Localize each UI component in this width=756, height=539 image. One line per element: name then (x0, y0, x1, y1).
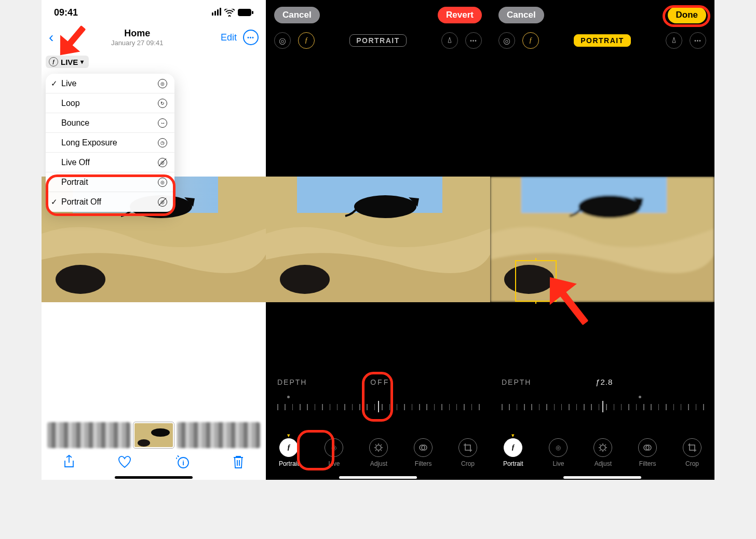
home-indicator[interactable] (115, 476, 193, 479)
menu-item-loop[interactable]: Loop↻ (46, 93, 174, 113)
portrait-icon: ◎ (158, 178, 167, 187)
live-icon: ƒ (49, 57, 58, 66)
menu-item-live[interactable]: ✓Live◎ (46, 74, 174, 93)
svg-point-16 (354, 195, 416, 218)
screen-edit-depth-off: Cancel Revert ◎ ƒ PORTRAIT ••• DE (266, 0, 490, 480)
bottom-toolbar: i (42, 452, 266, 475)
depth-label: DEPTH (502, 378, 531, 386)
mode-bar: ◎ ƒ PORTRAIT ••• (266, 30, 490, 51)
menu-item-portrait[interactable]: Portrait◎ (46, 172, 174, 192)
svg-point-8 (151, 428, 170, 437)
info-button[interactable]: i (174, 454, 190, 472)
mode-tag: PORTRAIT (574, 34, 631, 47)
tab-filters[interactable]: Filters (638, 432, 657, 467)
depth-slider[interactable] (502, 400, 703, 419)
photo-preview[interactable] (266, 177, 490, 302)
svg-point-23 (578, 195, 641, 218)
thumbnail-strip[interactable] (42, 422, 266, 449)
nav-subtitle: January 27 09:41 (53, 39, 221, 47)
svg-point-18 (376, 445, 381, 450)
mode-tag: PORTRAIT (349, 34, 407, 47)
svg-point-25 (600, 445, 605, 450)
cancel-button[interactable]: Cancel (498, 7, 544, 23)
nav-title-group: Home January 27 09:41 (53, 28, 221, 47)
home-indicator[interactable] (563, 476, 641, 479)
home-indicator[interactable] (339, 476, 417, 479)
more-icon[interactable]: ••• (690, 32, 706, 49)
svg-point-17 (280, 265, 330, 294)
depth-readout: DEPTH ƒ2.8 (490, 378, 714, 386)
tab-crop[interactable]: Crop (683, 432, 701, 467)
status-bar: 09:41 (42, 0, 266, 25)
live-toggle-icon[interactable]: ◎ (274, 32, 291, 49)
live-icon: ◎ (158, 79, 167, 88)
tab-portrait[interactable]: ▾ƒPortrait (503, 432, 523, 467)
menu-item-long-exposure[interactable]: Long Exposure◷ (46, 133, 174, 153)
menu-item-portrait-off[interactable]: ✓Portrait Off◎ (46, 192, 174, 212)
cancel-button[interactable]: Cancel (274, 7, 320, 23)
edit-button[interactable]: Edit (221, 32, 237, 43)
chevron-down-icon: ▾ (80, 58, 84, 65)
loop-icon: ↻ (158, 99, 167, 108)
tab-portrait[interactable]: ▾ƒPortrait (279, 432, 299, 467)
wifi-icon (224, 9, 235, 17)
status-indicators (211, 7, 253, 18)
svg-point-6 (56, 265, 105, 294)
menu-item-bounce[interactable]: Bounce↔ (46, 113, 174, 133)
live-toggle-icon[interactable]: ◎ (498, 32, 515, 49)
delete-button[interactable] (232, 454, 245, 472)
thumbnail-next[interactable] (177, 422, 260, 448)
exposure-icon: ◷ (158, 138, 167, 147)
menu-item-live-off[interactable]: Live Off◎ (46, 153, 174, 172)
edit-tabbar: ▾ƒPortrait ◎Live Adjust Filters Crop (490, 432, 714, 467)
edit-tabbar: ▾ƒPortrait ◎Live Adjust Filters Crop (266, 432, 490, 467)
edit-topbar: Cancel Revert (266, 0, 490, 30)
markup-icon[interactable] (441, 32, 458, 49)
tab-filters[interactable]: Filters (414, 432, 433, 467)
edit-topbar: Cancel Done (490, 0, 714, 30)
tab-live[interactable]: ◎Live (325, 432, 343, 467)
nav-title: Home (53, 28, 221, 39)
depth-readout: DEPTH OFF (266, 378, 490, 386)
portrait-off-icon: ◎ (158, 197, 167, 207)
more-icon[interactable]: ••• (465, 32, 482, 49)
depth-value: OFF (307, 378, 453, 386)
thumbnail-prev[interactable] (47, 422, 130, 448)
screen-photo-viewer: 09:41 ‹ Home January 27 09:41 Edit ••• ƒ (42, 0, 266, 480)
thumbnail-selected[interactable] (133, 422, 174, 448)
status-time: 09:41 (54, 7, 78, 18)
live-photo-badge[interactable]: ƒ LIVE ▾ (46, 56, 89, 68)
tab-crop[interactable]: Crop (458, 432, 477, 467)
tab-adjust[interactable]: Adjust (369, 432, 388, 467)
back-button[interactable]: ‹ (49, 29, 53, 46)
screen-edit-depth-on: Cancel Done ◎ ƒ PORTRAIT ••• (490, 0, 714, 480)
more-button[interactable]: ••• (243, 30, 259, 45)
done-button[interactable]: Done (668, 7, 707, 23)
depth-value: ƒ2.8 (531, 378, 677, 386)
battery-icon (238, 9, 253, 16)
live-badge-label: LIVE (61, 58, 78, 66)
svg-rect-0 (238, 9, 251, 16)
live-off-icon: ◎ (158, 158, 167, 167)
tab-live[interactable]: ◎Live (549, 432, 568, 467)
signal-icon (211, 7, 221, 18)
markup-icon[interactable] (666, 32, 682, 49)
share-button[interactable] (63, 454, 75, 472)
depth-slider[interactable] (277, 400, 479, 419)
aperture-icon[interactable]: ƒ (522, 32, 539, 49)
svg-point-9 (138, 439, 150, 447)
mode-bar: ◎ ƒ PORTRAIT ••• (490, 30, 714, 51)
svg-rect-1 (252, 11, 253, 14)
favorite-button[interactable] (117, 455, 132, 471)
revert-button[interactable]: Revert (438, 7, 482, 23)
tab-adjust[interactable]: Adjust (593, 432, 612, 467)
focus-indicator[interactable] (515, 260, 557, 302)
svg-text:i: i (182, 459, 184, 467)
bounce-icon: ↔ (158, 118, 167, 128)
live-mode-menu: ✓Live◎ Loop↻ Bounce↔ Long Exposure◷ Live… (46, 74, 174, 212)
nav-bar: ‹ Home January 27 09:41 Edit ••• (42, 25, 266, 50)
aperture-icon[interactable]: ƒ (298, 32, 315, 49)
depth-label: DEPTH (277, 378, 307, 386)
